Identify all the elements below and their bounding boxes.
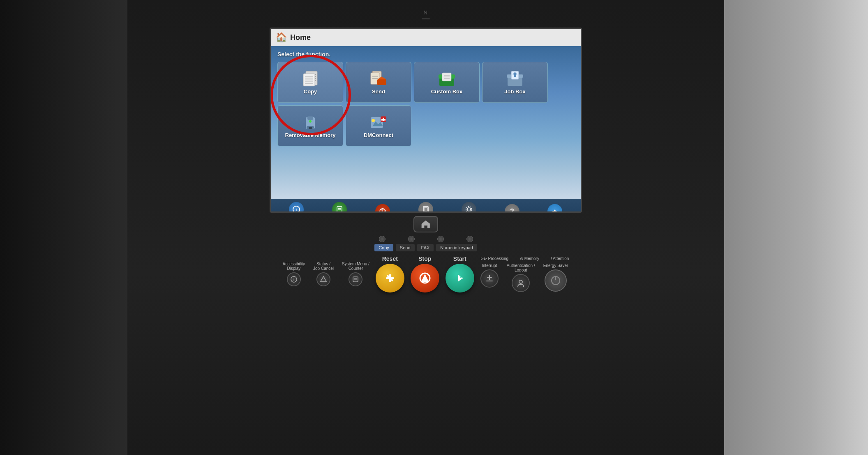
status-job-cancel-icon: i	[289, 202, 304, 213]
svg-point-49	[467, 208, 471, 211]
screen-help-btn[interactable]: ? Help	[496, 204, 527, 213]
home-button-row	[413, 216, 438, 232]
custom-box-label: Custom Box	[431, 88, 463, 95]
reset-label: Reset	[382, 255, 398, 262]
touchscreen-wrapper: 🏠 Home Select the function.	[270, 23, 582, 213]
screen-bottom-bar: i Status/Job Cancel DeviceInformation	[271, 199, 581, 213]
svg-rect-1	[422, 19, 430, 19]
send-mode-tab[interactable]: Send	[396, 244, 415, 251]
copy-button[interactable]: Copy	[277, 62, 343, 103]
right-controls: ⊳⊳ Processing ⊙ Memory ! Attention Inter…	[480, 256, 569, 292]
device-info-icon	[332, 202, 347, 213]
screen-system-menu-btn[interactable]: SystemMenu	[453, 202, 484, 213]
svg-point-35	[372, 119, 375, 122]
start-button[interactable]	[446, 264, 474, 292]
copy-icon	[301, 70, 320, 87]
svg-rect-16	[377, 79, 386, 85]
svg-rect-29	[307, 116, 313, 120]
removable-memory-button[interactable]: Removable Memory	[277, 105, 343, 146]
physical-controls-wrapper: Copy Send FAX Numeric keypad Accessibili…	[127, 213, 724, 292]
right-panel	[724, 0, 868, 455]
svg-marker-54	[422, 221, 430, 228]
reset-button-group: Reset	[376, 255, 404, 292]
status-job-cancel-label: Status /Job Cancel	[313, 262, 334, 271]
svg-point-71	[519, 280, 522, 283]
indicator-labels: ⊳⊳ Processing ⊙ Memory ! Attention	[480, 256, 569, 261]
accessibility-display-button[interactable]: i	[287, 272, 301, 286]
authentication-logout-label: Authentication /Logout	[507, 263, 535, 272]
svg-text:i: i	[296, 207, 297, 212]
start-button-group: Start	[446, 255, 474, 292]
stop-button[interactable]	[411, 264, 439, 292]
paper-settings-icon	[418, 202, 433, 213]
svg-rect-58	[353, 277, 358, 282]
svg-point-32	[309, 120, 312, 123]
copy-mode-tab[interactable]: Copy	[374, 244, 393, 251]
energy-saver-group: Energy Saver	[543, 263, 568, 292]
svg-text:i: i	[293, 278, 294, 282]
dmconnect-button[interactable]: DMConnect	[346, 105, 411, 146]
function-row-2: Removable Memory	[277, 105, 574, 146]
function-dots-row	[379, 236, 473, 242]
stop-button-group: Stop	[411, 255, 439, 292]
svg-marker-57	[321, 276, 326, 281]
svg-rect-7	[303, 74, 315, 86]
svg-text:ᴺ: ᴺ	[423, 9, 428, 19]
touchscreen[interactable]: 🏠 Home Select the function.	[270, 28, 582, 213]
system-menu-icon	[462, 202, 476, 213]
interrupt-label: Interrupt	[482, 263, 497, 268]
send-button[interactable]: Send	[346, 62, 411, 103]
svg-marker-65	[421, 274, 429, 282]
dmconnect-icon	[369, 114, 388, 130]
svg-rect-41	[337, 207, 342, 212]
stop-label: Stop	[418, 255, 431, 262]
dot-btn-1[interactable]	[379, 236, 386, 242]
status-job-cancel-group: Status /Job Cancel	[313, 262, 334, 286]
custom-box-icon	[437, 70, 456, 87]
dot-btn-3[interactable]	[437, 236, 444, 242]
system-menu-counter-group: System Menu /Counter	[342, 262, 369, 286]
screen-title: Home	[290, 33, 311, 42]
home-icon: 🏠	[276, 32, 287, 43]
function-row-1: Copy	[277, 62, 574, 103]
screen-status-job-cancel-btn[interactable]: i Status/Job Cancel	[281, 202, 312, 213]
reset-button[interactable]	[376, 264, 404, 292]
system-menu-counter-button[interactable]	[349, 272, 362, 286]
screen-device-info-btn[interactable]: DeviceInformation	[324, 202, 355, 213]
energy-saver-button[interactable]	[545, 269, 567, 292]
screen-language-btn[interactable]: Language	[367, 204, 398, 213]
screen-paper-settings-btn[interactable]: PaperSettings	[410, 202, 441, 213]
authentication-logout-group: Authentication /Logout	[507, 263, 535, 292]
mode-labels-row: Copy Send FAX Numeric keypad	[374, 244, 477, 251]
interrupt-group: Interrupt	[480, 263, 499, 292]
control-panel: ᴺ 🏠 Home Select the function.	[127, 0, 724, 455]
svg-marker-52	[554, 209, 557, 213]
program-icon	[547, 204, 562, 213]
dot-btn-4[interactable]	[466, 236, 473, 242]
bottom-panel: AccessibilityDisplay i Status /Job Cance…	[241, 255, 611, 292]
home-physical-button[interactable]	[413, 216, 438, 232]
center-controls: Reset Stop Start	[376, 255, 474, 292]
svg-rect-48	[424, 207, 427, 211]
copy-label: Copy	[304, 88, 317, 95]
screen-content: Select the function.	[271, 46, 581, 199]
dot-btn-2[interactable]	[408, 236, 415, 242]
interrupt-button[interactable]	[480, 269, 499, 288]
screen-program-btn[interactable]: Program	[540, 204, 570, 213]
job-box-label: Job Box	[504, 88, 525, 95]
authentication-logout-button[interactable]	[512, 274, 530, 292]
start-label: Start	[453, 255, 466, 262]
svg-text:?: ?	[510, 208, 514, 213]
status-job-cancel-button[interactable]	[316, 272, 330, 286]
job-box-button[interactable]: Job Box	[482, 62, 548, 103]
numeric-keypad-tab[interactable]: Numeric keypad	[436, 244, 477, 251]
custom-box-button[interactable]: Custom Box	[414, 62, 480, 103]
removable-memory-label: Removable Memory	[285, 132, 336, 138]
svg-marker-66	[458, 275, 463, 281]
fax-mode-tab[interactable]: FAX	[417, 244, 434, 251]
dmconnect-label: DMConnect	[364, 132, 393, 138]
svg-rect-38	[381, 119, 386, 121]
language-icon	[375, 204, 390, 213]
svg-rect-31	[309, 127, 312, 129]
job-box-icon	[506, 70, 524, 87]
